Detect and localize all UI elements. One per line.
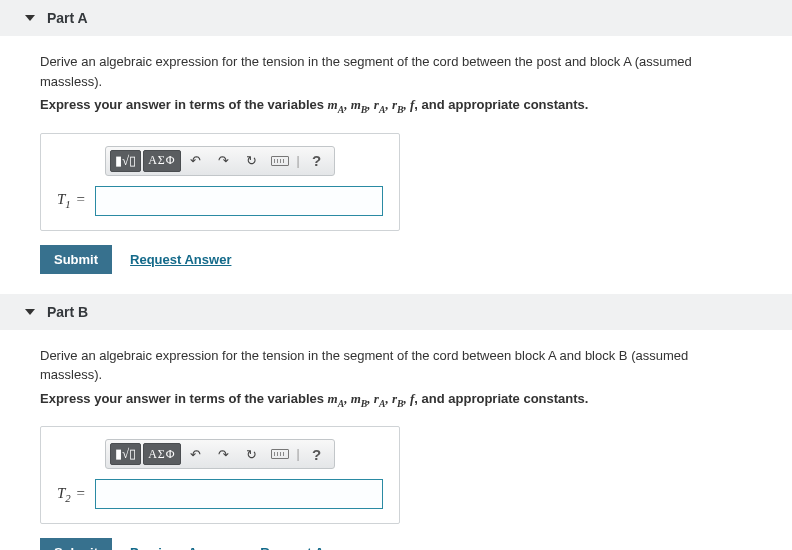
answer-format-instruction: Express your answer in terms of the vari… [40,97,752,115]
answer-input[interactable] [95,186,383,216]
keyboard-button[interactable] [267,443,293,465]
equation-toolbar: ▮√▯ ΑΣΦ ↶ ↷ ↻ | ? [105,439,335,469]
greek-symbols-button[interactable]: ΑΣΦ [143,150,180,172]
keyboard-icon [271,156,289,166]
part-title: Part B [47,304,88,320]
greek-symbols-button[interactable]: ΑΣΦ [143,443,180,465]
chevron-down-icon [25,309,35,315]
part-header[interactable]: Part A [0,0,792,36]
answer-box: ▮√▯ ΑΣΦ ↶ ↷ ↻ | ? T2 = [40,426,400,524]
action-row: Submit Request Answer [40,245,752,274]
request-answer-link[interactable]: Request Answer [130,252,231,267]
action-row: Submit Previous Answers Request Answer [40,538,752,550]
keyboard-icon [271,449,289,459]
reset-button[interactable]: ↻ [239,443,265,465]
submit-button[interactable]: Submit [40,245,112,274]
part-body: Derive an algebraic expression for the t… [0,346,792,550]
question-prompt: Derive an algebraic expression for the t… [40,52,752,91]
help-button[interactable]: ? [304,443,330,465]
question-prompt: Derive an algebraic expression for the t… [40,346,752,385]
chevron-down-icon [25,15,35,21]
previous-answers-link[interactable]: Previous Answers [130,545,242,550]
answer-input-row: T1 = [57,186,383,216]
toolbar-separator: | [297,447,300,461]
answer-input[interactable] [95,479,383,509]
answer-format-instruction: Express your answer in terms of the vari… [40,391,752,409]
equation-lhs: T2 = [57,485,85,504]
answer-box: ▮√▯ ΑΣΦ ↶ ↷ ↻ | ? T1 = [40,133,400,231]
undo-button[interactable]: ↶ [183,443,209,465]
request-answer-link[interactable]: Request Answer [260,545,361,550]
equation-toolbar: ▮√▯ ΑΣΦ ↶ ↷ ↻ | ? [105,146,335,176]
undo-button[interactable]: ↶ [183,150,209,172]
keyboard-button[interactable] [267,150,293,172]
help-button[interactable]: ? [304,150,330,172]
reset-button[interactable]: ↻ [239,150,265,172]
part-a: Part A Derive an algebraic expression fo… [0,0,792,294]
variable-list: mA, mB, rA, rB, f [328,97,415,112]
submit-button[interactable]: Submit [40,538,112,550]
template-button[interactable]: ▮√▯ [110,150,141,172]
redo-button[interactable]: ↷ [211,443,237,465]
equation-lhs: T1 = [57,191,85,210]
toolbar-separator: | [297,154,300,168]
part-b: Part B Derive an algebraic expression fo… [0,294,792,550]
part-body: Derive an algebraic expression for the t… [0,52,792,294]
part-header[interactable]: Part B [0,294,792,330]
answer-input-row: T2 = [57,479,383,509]
part-title: Part A [47,10,88,26]
variable-list: mA, mB, rA, rB, f [328,391,415,406]
template-button[interactable]: ▮√▯ [110,443,141,465]
redo-button[interactable]: ↷ [211,150,237,172]
